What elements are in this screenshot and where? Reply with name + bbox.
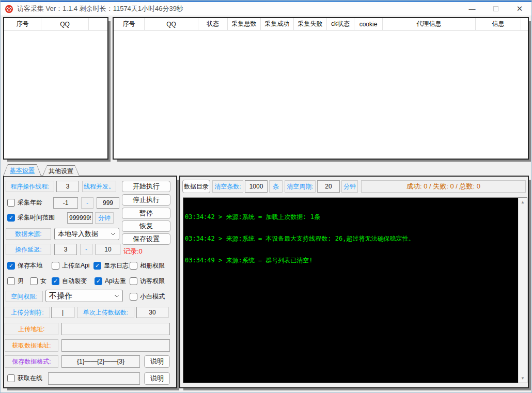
column-header[interactable]: 采集总数	[228, 18, 261, 30]
column-header[interactable]: QQ	[145, 18, 198, 30]
resume-button[interactable]: 恢复	[122, 221, 170, 232]
column-header[interactable]: ck状态	[327, 18, 354, 30]
checkbox-icon	[7, 277, 15, 285]
female-checkbox[interactable]: 女	[30, 277, 46, 286]
batch-size-input[interactable]	[136, 307, 168, 318]
format-help-button[interactable]: 说明	[144, 355, 170, 368]
space-perm-value: 不操作	[49, 291, 72, 301]
maximize-icon	[493, 6, 498, 11]
checkbox-icon	[130, 262, 137, 270]
close-button[interactable]: ✕	[508, 2, 531, 15]
tab-other-label: 其他设置	[43, 166, 79, 176]
save-format-input[interactable]	[61, 355, 140, 368]
save-local-checkbox[interactable]: 保存本地	[7, 261, 42, 270]
show-log-checkbox[interactable]: 显示日志	[93, 261, 129, 270]
age-dash-label: -	[81, 197, 93, 209]
album-perm-checkbox[interactable]: 相册权限	[130, 261, 165, 270]
upload-api-checkbox[interactable]: 上传至Api	[52, 261, 89, 270]
collect-table-body[interactable]	[114, 30, 528, 159]
visitor-perm-checkbox[interactable]: 访客权限	[130, 277, 165, 286]
column-header[interactable]: 状态	[198, 18, 228, 30]
column-header[interactable]: cookie	[354, 18, 383, 30]
clear-cycle-input[interactable]	[317, 180, 340, 193]
space-perm-select[interactable]: 不操作	[45, 290, 123, 302]
column-header[interactable]: 代理信息	[383, 18, 476, 30]
scroll-down-icon[interactable]: ▼	[519, 374, 527, 383]
log-toolbar: 数据目录 清空条数: 条 清空周期: 分钟 成功: 0 / 失败: 0 / 总数…	[182, 180, 526, 193]
checkbox-icon	[93, 262, 101, 270]
save-settings-button[interactable]: 保存设置	[122, 233, 170, 245]
qq-list-header: 序号 QQ	[4, 18, 107, 30]
checkbox-icon	[30, 277, 38, 285]
window-controls: — ✕	[460, 2, 531, 15]
log-line: 03:34:42 > 来源:系统 = 加载上次数据: 1条	[185, 213, 517, 221]
minimize-button[interactable]: —	[460, 2, 484, 15]
tab-basic-settings[interactable]: 基本设置	[3, 164, 41, 176]
pause-button[interactable]: 暂停	[122, 208, 170, 219]
column-header[interactable]: 信息	[476, 18, 521, 30]
qq-list-panel: 序号 QQ	[3, 17, 108, 160]
data-dir-button[interactable]: 数据目录	[182, 180, 210, 193]
get-online-input[interactable]	[48, 372, 140, 385]
count-unit-label: 条	[269, 180, 283, 193]
stop-button[interactable]: 停止执行	[122, 194, 170, 206]
status-counters: 成功: 0 / 失败: 0 / 总数: 0	[361, 180, 526, 193]
delay-dash-label: -	[80, 244, 92, 255]
time-range-input[interactable]	[67, 212, 93, 224]
clear-count-label: 清空条数:	[212, 180, 243, 193]
delay-label: 操作延迟:	[6, 244, 51, 255]
column-header[interactable]: 序号	[4, 18, 41, 30]
settings-tabs: 基本设置 其他设置	[3, 164, 81, 176]
upload-addr-input[interactable]	[61, 323, 170, 335]
time-range-checkbox[interactable]: 采集时间范围	[7, 213, 55, 222]
column-header[interactable]: QQ	[41, 18, 89, 30]
space-perm-label: 空间权限:	[6, 291, 43, 302]
age-label: 采集年龄	[18, 198, 42, 207]
tab-basic-label: 基本设置	[4, 165, 41, 176]
column-header[interactable]: 采集失败	[294, 18, 327, 30]
column-header[interactable]: 序号	[114, 18, 145, 30]
delay-max-input[interactable]	[96, 244, 120, 255]
novice-mode-checkbox[interactable]: 小白模式	[130, 292, 165, 301]
novice-mode-label: 小白模式	[140, 292, 165, 301]
column-header[interactable]	[89, 18, 107, 30]
delay-min-input[interactable]	[54, 244, 77, 255]
log-console[interactable]: 03:34:42 > 来源:系统 = 加载上次数据: 1条 03:34:42 >…	[183, 198, 518, 383]
api-dedup-checkbox[interactable]: Api去重	[95, 277, 126, 286]
basic-settings-panel: 程序操作线程: 线程并发。 采集年龄 - 采集时间范围 分钟 数据来源: 本地导…	[3, 176, 177, 388]
fetch-addr-input[interactable]	[61, 339, 170, 352]
tab-other-settings[interactable]: 其他设置	[42, 165, 80, 176]
scroll-up-icon[interactable]: ▲	[519, 198, 527, 207]
thread-suffix-label: 线程并发。	[82, 181, 116, 192]
age-checkbox[interactable]: 采集年龄	[7, 198, 42, 207]
online-help-button[interactable]: 说明	[144, 372, 170, 385]
checkbox-icon	[7, 214, 15, 222]
get-online-checkbox[interactable]: 获取在线	[7, 374, 42, 383]
cycle-unit-label: 分钟	[341, 180, 358, 193]
male-checkbox[interactable]: 男	[7, 277, 24, 286]
splitter-input[interactable]	[51, 307, 74, 318]
qq-list-body[interactable]	[4, 30, 107, 159]
thread-input[interactable]	[56, 181, 79, 192]
data-source-value: 本地导入数据	[58, 229, 98, 239]
maximize-button[interactable]	[484, 2, 508, 15]
auto-fission-checkbox[interactable]: 自动裂变	[52, 277, 87, 286]
age-min-input[interactable]	[53, 197, 78, 209]
time-range-label: 采集时间范围	[18, 213, 55, 222]
data-source-select[interactable]: 本地导入数据	[54, 228, 119, 240]
upload-api-label: 上传至Api	[62, 261, 89, 270]
save-local-label: 保存本地	[18, 261, 42, 270]
age-max-input[interactable]	[97, 197, 119, 209]
save-format-label: 保存数据格式:	[5, 355, 58, 368]
checkbox-icon	[7, 199, 15, 207]
start-button[interactable]: 开始执行	[122, 181, 170, 192]
clear-count-input[interactable]	[245, 180, 268, 193]
splitter-label: 上传分割符:	[5, 307, 50, 318]
column-header[interactable]: 采集成功	[261, 18, 294, 30]
checkbox-icon	[130, 277, 137, 285]
checkbox-icon	[52, 277, 59, 285]
male-label: 男	[18, 277, 24, 286]
console-scrollbar[interactable]: ▲ ▼	[518, 198, 527, 383]
collect-table-header: 序号 QQ 状态 采集总数 采集成功 采集失败 ck状态 cookie 代理信息…	[114, 18, 528, 30]
api-dedup-label: Api去重	[105, 277, 126, 286]
